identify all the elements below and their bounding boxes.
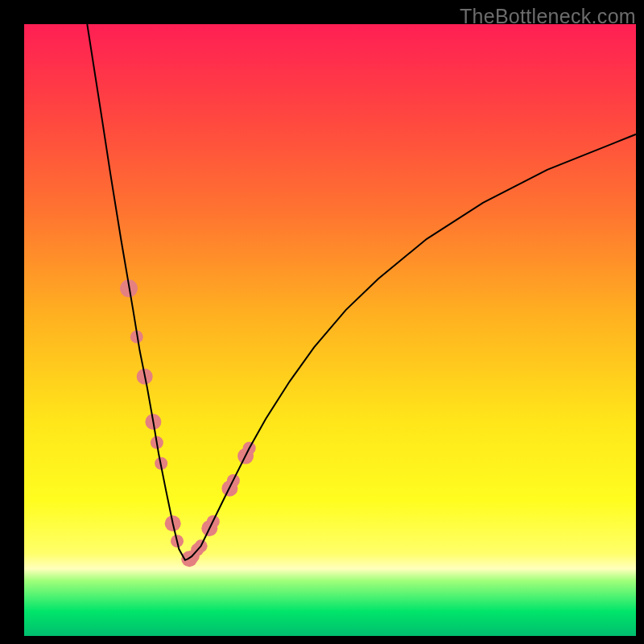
plot-area bbox=[24, 24, 636, 636]
markers-group bbox=[120, 279, 256, 567]
watermark-text: TheBottleneck.com bbox=[460, 5, 636, 28]
v-curve bbox=[87, 24, 636, 560]
chart-svg bbox=[24, 24, 636, 636]
chart-frame: TheBottleneck.com bbox=[0, 0, 644, 644]
